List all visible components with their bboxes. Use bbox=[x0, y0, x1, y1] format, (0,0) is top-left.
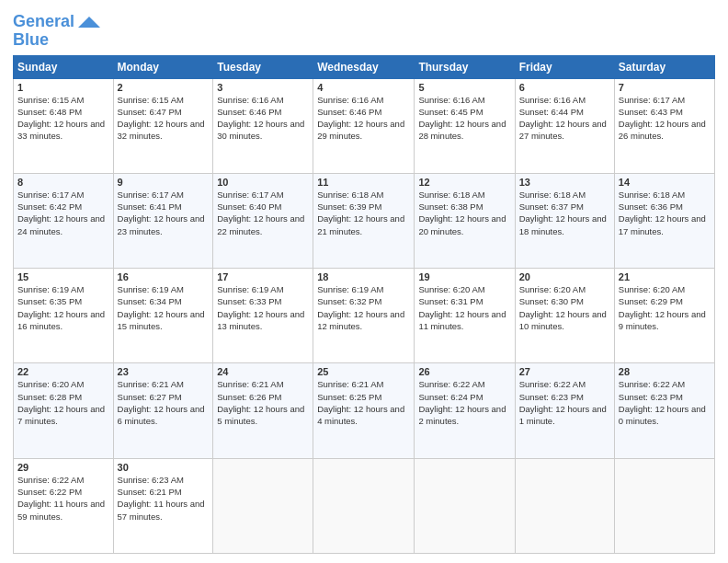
calendar-cell: 9 Sunrise: 6:17 AMSunset: 6:41 PMDayligh… bbox=[113, 173, 213, 268]
day-number: 25 bbox=[317, 366, 410, 377]
day-number: 7 bbox=[619, 82, 711, 93]
logo-icon bbox=[76, 15, 102, 29]
day-number: 30 bbox=[118, 462, 210, 473]
calendar-cell bbox=[515, 458, 614, 553]
day-number: 24 bbox=[217, 366, 309, 377]
day-number: 26 bbox=[418, 366, 510, 377]
day-info: Sunrise: 6:16 AMSunset: 6:46 PMDaylight:… bbox=[217, 95, 304, 142]
calendar-cell: 5 Sunrise: 6:16 AMSunset: 6:45 PMDayligh… bbox=[415, 78, 515, 173]
calendar-cell: 20 Sunrise: 6:20 AMSunset: 6:30 PMDaylig… bbox=[515, 269, 614, 363]
day-number: 15 bbox=[17, 271, 109, 282]
day-number: 13 bbox=[519, 177, 610, 188]
day-info: Sunrise: 6:18 AMSunset: 6:39 PMDaylight:… bbox=[317, 190, 404, 236]
logo-blue: Blue bbox=[13, 31, 49, 50]
day-info: Sunrise: 6:21 AMSunset: 6:27 PMDaylight:… bbox=[118, 379, 205, 426]
calendar-week-row: 29 Sunrise: 6:22 AMSunset: 6:22 PMDaylig… bbox=[14, 458, 715, 553]
day-info: Sunrise: 6:20 AMSunset: 6:31 PMDaylight:… bbox=[418, 284, 506, 331]
calendar-cell: 2 Sunrise: 6:15 AMSunset: 6:47 PMDayligh… bbox=[113, 78, 213, 173]
day-number: 27 bbox=[519, 366, 610, 377]
day-info: Sunrise: 6:15 AMSunset: 6:48 PMDaylight:… bbox=[17, 95, 105, 142]
day-info: Sunrise: 6:16 AMSunset: 6:44 PMDaylight:… bbox=[519, 95, 607, 142]
day-info: Sunrise: 6:20 AMSunset: 6:30 PMDaylight:… bbox=[519, 284, 607, 331]
day-info: Sunrise: 6:17 AMSunset: 6:42 PMDaylight:… bbox=[17, 190, 105, 236]
calendar-week-row: 8 Sunrise: 6:17 AMSunset: 6:42 PMDayligh… bbox=[14, 173, 715, 268]
calendar-cell: 16 Sunrise: 6:19 AMSunset: 6:34 PMDaylig… bbox=[113, 269, 213, 363]
day-info: Sunrise: 6:19 AMSunset: 6:35 PMDaylight:… bbox=[17, 284, 105, 331]
calendar-cell: 8 Sunrise: 6:17 AMSunset: 6:42 PMDayligh… bbox=[14, 173, 114, 268]
day-number: 20 bbox=[519, 271, 610, 282]
day-info: Sunrise: 6:16 AMSunset: 6:46 PMDaylight:… bbox=[317, 95, 404, 142]
day-number: 19 bbox=[418, 271, 510, 282]
logo: General Blue bbox=[13, 9, 102, 50]
calendar-week-row: 22 Sunrise: 6:20 AMSunset: 6:28 PMDaylig… bbox=[14, 363, 715, 458]
calendar-cell: 17 Sunrise: 6:19 AMSunset: 6:33 PMDaylig… bbox=[213, 269, 313, 363]
day-info: Sunrise: 6:20 AMSunset: 6:29 PMDaylight:… bbox=[619, 284, 706, 331]
weekday-header-tuesday: Tuesday bbox=[213, 55, 313, 78]
calendar-cell: 28 Sunrise: 6:22 AMSunset: 6:23 PMDaylig… bbox=[614, 363, 714, 458]
day-number: 9 bbox=[118, 177, 210, 188]
calendar-cell: 7 Sunrise: 6:17 AMSunset: 6:43 PMDayligh… bbox=[614, 78, 714, 173]
calendar-cell: 3 Sunrise: 6:16 AMSunset: 6:46 PMDayligh… bbox=[213, 78, 313, 173]
calendar-body: 1 Sunrise: 6:15 AMSunset: 6:48 PMDayligh… bbox=[14, 78, 715, 553]
day-number: 18 bbox=[317, 271, 410, 282]
calendar-cell: 22 Sunrise: 6:20 AMSunset: 6:28 PMDaylig… bbox=[14, 363, 114, 458]
calendar-week-row: 1 Sunrise: 6:15 AMSunset: 6:48 PMDayligh… bbox=[14, 78, 715, 173]
day-number: 2 bbox=[118, 82, 210, 93]
calendar-cell bbox=[313, 458, 415, 553]
day-info: Sunrise: 6:22 AMSunset: 6:22 PMDaylight:… bbox=[17, 475, 105, 522]
day-number: 23 bbox=[118, 366, 210, 377]
day-info: Sunrise: 6:15 AMSunset: 6:47 PMDaylight:… bbox=[118, 95, 205, 142]
calendar-cell: 11 Sunrise: 6:18 AMSunset: 6:39 PMDaylig… bbox=[313, 173, 415, 268]
weekday-header-saturday: Saturday bbox=[614, 55, 714, 78]
calendar-cell: 27 Sunrise: 6:22 AMSunset: 6:23 PMDaylig… bbox=[515, 363, 614, 458]
day-number: 11 bbox=[317, 177, 410, 188]
day-number: 22 bbox=[17, 366, 109, 377]
page-header: General Blue bbox=[13, 9, 715, 50]
weekday-header-thursday: Thursday bbox=[415, 55, 515, 78]
day-number: 1 bbox=[17, 82, 109, 93]
day-number: 10 bbox=[217, 177, 309, 188]
logo-text: General bbox=[13, 13, 74, 31]
day-number: 28 bbox=[619, 366, 711, 377]
weekday-header-monday: Monday bbox=[113, 55, 213, 78]
day-number: 29 bbox=[17, 462, 109, 473]
day-number: 14 bbox=[619, 177, 711, 188]
day-info: Sunrise: 6:22 AMSunset: 6:24 PMDaylight:… bbox=[418, 379, 506, 426]
calendar-cell: 15 Sunrise: 6:19 AMSunset: 6:35 PMDaylig… bbox=[14, 269, 114, 363]
day-number: 3 bbox=[217, 82, 309, 93]
weekday-header-friday: Friday bbox=[515, 55, 614, 78]
day-info: Sunrise: 6:18 AMSunset: 6:36 PMDaylight:… bbox=[619, 190, 706, 236]
weekday-header-wednesday: Wednesday bbox=[313, 55, 415, 78]
calendar-week-row: 15 Sunrise: 6:19 AMSunset: 6:35 PMDaylig… bbox=[14, 269, 715, 363]
calendar-cell: 30 Sunrise: 6:23 AMSunset: 6:21 PMDaylig… bbox=[113, 458, 213, 553]
calendar-cell: 14 Sunrise: 6:18 AMSunset: 6:36 PMDaylig… bbox=[614, 173, 714, 268]
calendar-cell: 24 Sunrise: 6:21 AMSunset: 6:26 PMDaylig… bbox=[213, 363, 313, 458]
calendar-cell: 21 Sunrise: 6:20 AMSunset: 6:29 PMDaylig… bbox=[614, 269, 714, 363]
day-info: Sunrise: 6:19 AMSunset: 6:33 PMDaylight:… bbox=[217, 284, 304, 331]
calendar-cell: 19 Sunrise: 6:20 AMSunset: 6:31 PMDaylig… bbox=[415, 269, 515, 363]
calendar-cell: 10 Sunrise: 6:17 AMSunset: 6:40 PMDaylig… bbox=[213, 173, 313, 268]
day-number: 6 bbox=[519, 82, 610, 93]
calendar-cell bbox=[213, 458, 313, 553]
day-info: Sunrise: 6:21 AMSunset: 6:26 PMDaylight:… bbox=[217, 379, 304, 426]
day-number: 4 bbox=[317, 82, 410, 93]
day-info: Sunrise: 6:23 AMSunset: 6:21 PMDaylight:… bbox=[118, 475, 205, 522]
day-info: Sunrise: 6:18 AMSunset: 6:38 PMDaylight:… bbox=[418, 190, 506, 236]
day-number: 16 bbox=[118, 271, 210, 282]
day-number: 17 bbox=[217, 271, 309, 282]
weekday-header-sunday: Sunday bbox=[14, 55, 114, 78]
day-info: Sunrise: 6:17 AMSunset: 6:40 PMDaylight:… bbox=[217, 190, 304, 236]
calendar-cell bbox=[614, 458, 714, 553]
day-number: 8 bbox=[17, 177, 109, 188]
calendar-cell: 4 Sunrise: 6:16 AMSunset: 6:46 PMDayligh… bbox=[313, 78, 415, 173]
day-info: Sunrise: 6:16 AMSunset: 6:45 PMDaylight:… bbox=[418, 95, 506, 142]
day-info: Sunrise: 6:18 AMSunset: 6:37 PMDaylight:… bbox=[519, 190, 607, 236]
svg-marker-0 bbox=[78, 17, 100, 28]
calendar-cell: 6 Sunrise: 6:16 AMSunset: 6:44 PMDayligh… bbox=[515, 78, 614, 173]
day-info: Sunrise: 6:17 AMSunset: 6:41 PMDaylight:… bbox=[118, 190, 205, 236]
calendar-table: SundayMondayTuesdayWednesdayThursdayFrid… bbox=[13, 55, 715, 554]
calendar-cell: 1 Sunrise: 6:15 AMSunset: 6:48 PMDayligh… bbox=[14, 78, 114, 173]
day-number: 5 bbox=[418, 82, 510, 93]
calendar-cell bbox=[415, 458, 515, 553]
calendar-cell: 26 Sunrise: 6:22 AMSunset: 6:24 PMDaylig… bbox=[415, 363, 515, 458]
